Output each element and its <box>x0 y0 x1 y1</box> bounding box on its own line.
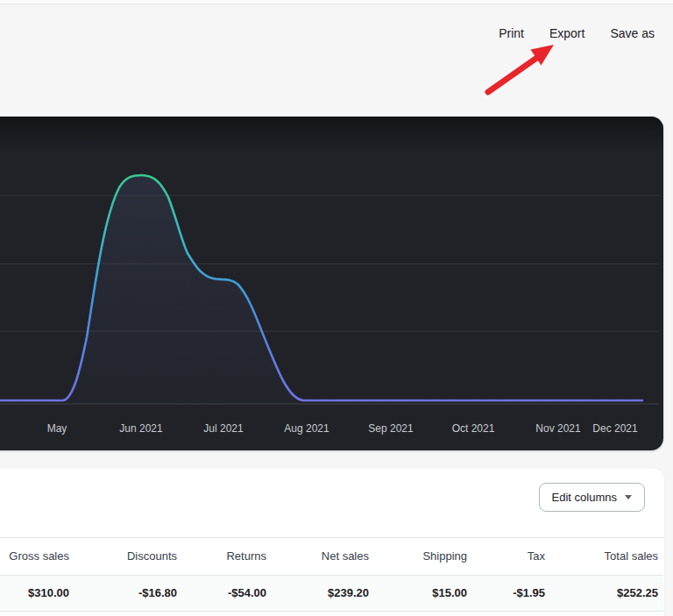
x-label-jul: Jul 2021 <box>203 422 244 435</box>
x-label-aug: Aug 2021 <box>284 422 329 435</box>
print-button[interactable]: Print <box>499 26 524 40</box>
x-label-oct: Oct 2021 <box>452 422 495 435</box>
sales-over-time-chart[interactable]: May Jun 2021 Jul 2021 Aug 2021 Sep 2021 … <box>0 117 663 450</box>
cell-net-sales: $239.20 <box>280 575 383 611</box>
header-tax[interactable]: Tax <box>481 537 559 575</box>
report-table-card: Edit columns Gross sales Discounts Retur… <box>0 469 664 616</box>
cell-gross-sales: $310.00 <box>0 575 83 611</box>
chart-area-fill <box>0 175 642 404</box>
header-shipping[interactable]: Shipping <box>383 537 481 575</box>
table-row: $310.00 -$16.80 -$54.00 $239.20 $15.00 -… <box>0 575 663 611</box>
cell-total-sales: $252.25 <box>559 575 663 611</box>
header-total-sales[interactable]: Total sales <box>559 537 663 575</box>
edit-columns-button[interactable]: Edit columns <box>539 483 645 512</box>
chevron-down-icon <box>625 495 632 499</box>
red-arrow-icon <box>480 39 561 96</box>
cell-discounts: -$16.80 <box>83 575 191 611</box>
x-label-jun: Jun 2021 <box>119 422 163 435</box>
sales-chart-card: May Jun 2021 Jul 2021 Aug 2021 Sep 2021 … <box>0 117 663 450</box>
header-discounts[interactable]: Discounts <box>83 537 191 575</box>
sales-report-table: Gross sales Discounts Returns Net sales … <box>0 537 663 612</box>
x-label-sep: Sep 2021 <box>368 422 414 435</box>
header-net-sales[interactable]: Net sales <box>280 537 383 575</box>
x-label-dec: Dec 2021 <box>592 422 638 435</box>
cell-shipping: $15.00 <box>383 575 481 611</box>
x-label-may: May <box>47 422 67 435</box>
header-returns[interactable]: Returns <box>191 537 280 575</box>
x-axis-labels: May Jun 2021 Jul 2021 Aug 2021 Sep 2021 … <box>47 422 638 435</box>
cell-returns: -$54.00 <box>191 575 280 611</box>
top-divider <box>0 0 673 4</box>
cell-tax: -$1.95 <box>481 575 559 611</box>
header-gross-sales[interactable]: Gross sales <box>0 537 83 575</box>
save-as-button[interactable]: Save as <box>610 26 655 40</box>
report-toolbar: Print Export Save as <box>499 26 655 40</box>
export-button[interactable]: Export <box>549 26 584 40</box>
x-label-nov: Nov 2021 <box>535 422 581 435</box>
table-header-row: Gross sales Discounts Returns Net sales … <box>0 537 663 575</box>
edit-columns-label: Edit columns <box>552 491 617 504</box>
